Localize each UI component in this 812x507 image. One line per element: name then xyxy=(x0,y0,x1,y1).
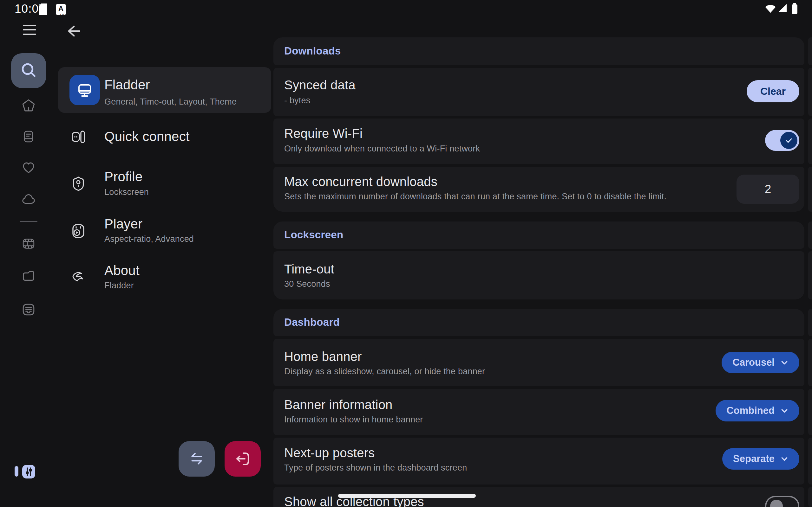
row-next-up-posters[interactable]: Next-up posters Type of posters shown in… xyxy=(273,438,804,485)
row-title: Next-up posters xyxy=(284,445,374,460)
adjacent-card-edge xyxy=(808,438,812,485)
home-banner-dropdown[interactable]: Carousel xyxy=(722,352,799,373)
row-subtitle: 30 Seconds xyxy=(284,279,330,289)
video-grid-icon[interactable] xyxy=(21,236,36,251)
quick-connect-icon xyxy=(69,128,87,146)
profile-shield-icon xyxy=(69,175,87,193)
require-wifi-switch[interactable] xyxy=(765,130,799,151)
monitor-icon xyxy=(69,75,100,105)
adjacent-card-edge xyxy=(808,389,812,435)
player-icon xyxy=(69,222,87,240)
row-synced-data[interactable]: Synced data - bytes Clear xyxy=(273,68,804,116)
app-screen: 10:07 A ... xyxy=(0,0,812,507)
adjacent-card-edge xyxy=(808,222,812,249)
cell-signal-icon xyxy=(778,4,786,12)
section-header-dashboard: Dashboard xyxy=(273,309,804,336)
row-title: Require Wi-Fi xyxy=(284,126,362,141)
adjacent-card-edge xyxy=(808,251,812,299)
section-header-label: Downloads xyxy=(284,45,341,57)
adjacent-card-edge xyxy=(808,309,812,336)
logout-icon xyxy=(234,450,252,468)
nav-item-title: Quick connect xyxy=(104,129,190,144)
nav-item-title: About xyxy=(104,263,140,278)
section-header-label: Lockscreen xyxy=(284,229,343,241)
adjacent-card-edge xyxy=(808,487,812,507)
swap-server-button[interactable] xyxy=(179,441,215,476)
nav-item-player[interactable]: Player Aspect-ratio, Advanced xyxy=(58,213,271,248)
row-subtitle: Information to show in home banner xyxy=(284,414,423,425)
nav-item-profile[interactable]: Profile Lockscreen xyxy=(58,165,271,201)
check-icon xyxy=(784,136,793,145)
back-arrow-icon[interactable] xyxy=(65,23,81,39)
row-subtitle: Display as a slideshow, carousel, or hid… xyxy=(284,366,485,377)
search-icon xyxy=(20,62,38,79)
rail-divider xyxy=(20,221,38,222)
row-title: Time-out xyxy=(284,262,334,277)
row-subtitle: - bytes xyxy=(284,95,310,106)
row-require-wifi[interactable]: Require Wi-Fi Only download when connect… xyxy=(273,118,804,164)
sd-card-icon xyxy=(39,3,47,15)
menu-icon[interactable] xyxy=(23,25,36,38)
adjacent-card-edge xyxy=(808,118,812,164)
adjacent-card-edge xyxy=(808,38,812,65)
battery-icon-body xyxy=(792,4,798,14)
chevron-down-icon xyxy=(780,358,789,367)
row-timeout[interactable]: Time-out 30 Seconds xyxy=(273,251,804,299)
switch-thumb xyxy=(780,132,798,149)
folder-icon[interactable] xyxy=(21,268,36,283)
collections-tray-icon[interactable] xyxy=(21,302,36,317)
rail-item-search[interactable] xyxy=(11,53,46,88)
switch-thumb xyxy=(770,500,783,507)
row-title: Home banner xyxy=(284,349,362,364)
clear-button[interactable]: Clear xyxy=(747,80,799,102)
next-up-posters-dropdown[interactable]: Separate xyxy=(722,448,799,469)
section-header-label: Dashboard xyxy=(284,316,340,328)
dropdown-value: Carousel xyxy=(732,357,774,368)
chevron-down-icon xyxy=(780,406,789,415)
nav-item-title: Player xyxy=(104,216,142,232)
nav-item-fladder[interactable]: Fladder General, Time-out, Layout, Theme xyxy=(58,67,271,113)
nav-item-about[interactable]: About Fladder xyxy=(58,260,271,295)
show-all-collection-types-switch[interactable] xyxy=(765,496,799,507)
swap-arrows-icon xyxy=(188,450,206,468)
library-icon[interactable] xyxy=(21,129,36,144)
row-max-concurrent-downloads[interactable]: Max concurrent downloads Sets the maximu… xyxy=(273,167,804,212)
banner-information-dropdown[interactable]: Combined xyxy=(716,400,799,421)
row-home-banner[interactable]: Home banner Display as a slideshow, caro… xyxy=(273,339,804,386)
keyboard-layout-icon: A ... xyxy=(56,4,66,15)
row-title: Max concurrent downloads xyxy=(284,174,438,189)
settings-tune-icon[interactable] xyxy=(22,465,35,478)
row-title: Banner information xyxy=(284,397,393,412)
row-banner-information[interactable]: Banner information Information to show i… xyxy=(273,389,804,435)
nav-item-subtitle: Fladder xyxy=(104,280,134,291)
dropdown-value: Combined xyxy=(726,405,774,416)
row-subtitle: Type of posters shown in the dashboard s… xyxy=(284,462,467,473)
nav-item-subtitle: Aspect-ratio, Advanced xyxy=(104,233,194,244)
adjacent-card-edge xyxy=(808,167,812,212)
adjacent-card-edge xyxy=(808,68,812,116)
row-subtitle: Sets the maximum number of downloads tha… xyxy=(284,191,666,202)
nav-item-subtitle: Lockscreen xyxy=(104,187,149,198)
row-title: Synced data xyxy=(284,77,356,93)
section-header-lockscreen: Lockscreen xyxy=(273,222,804,249)
nav-item-title: Profile xyxy=(104,169,142,184)
max-downloads-value[interactable]: 2 xyxy=(737,175,799,204)
nav-item-title: Fladder xyxy=(104,77,150,93)
dropdown-value: Separate xyxy=(733,453,774,464)
wifi-icon xyxy=(764,3,776,13)
nav-item-subtitle: General, Time-out, Layout, Theme xyxy=(104,96,237,107)
home-icon[interactable] xyxy=(21,98,36,113)
logout-button[interactable] xyxy=(224,441,261,476)
row-subtitle: Only download when connected to a Wi-Fi … xyxy=(284,143,480,154)
section-header-downloads: Downloads xyxy=(273,38,804,65)
rail-settings-indicator xyxy=(14,466,18,476)
chevron-down-icon xyxy=(780,455,789,463)
nav-item-quick-connect[interactable]: Quick connect xyxy=(58,125,271,148)
fladder-logo-icon xyxy=(69,269,87,287)
favorites-heart-icon[interactable] xyxy=(21,160,36,175)
adjacent-card-edge xyxy=(808,339,812,386)
gesture-nav-handle[interactable] xyxy=(338,494,476,498)
cloud-sync-icon[interactable] xyxy=(21,192,36,206)
